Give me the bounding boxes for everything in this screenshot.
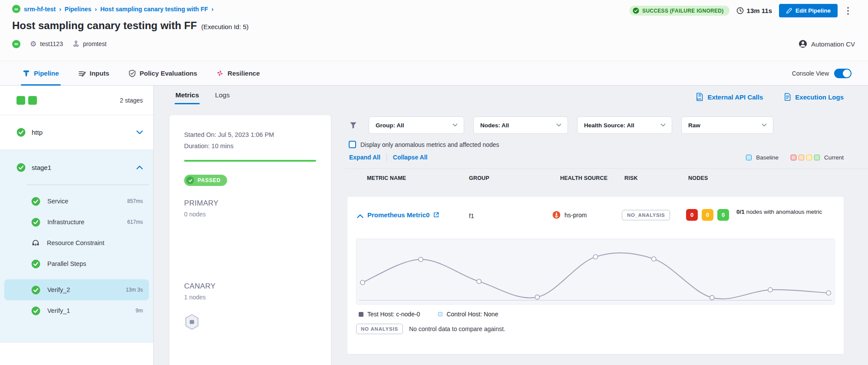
passed-label: PASSED bbox=[198, 177, 221, 183]
group-filter-value: Group: All bbox=[376, 122, 404, 129]
step-label: Resource Constraint bbox=[47, 239, 104, 246]
verification-status: ∞ bbox=[12, 40, 20, 48]
execution-id: (Execution Id: 5) bbox=[201, 23, 248, 30]
col-risk: RISK bbox=[624, 175, 638, 181]
stage-name: stage1 bbox=[32, 164, 51, 171]
external-api-calls-label: External API Calls bbox=[707, 93, 763, 101]
console-view-toggle[interactable] bbox=[834, 69, 851, 78]
verification-summary-card: Started On: Jul 5, 2023 1:06 PM Duration… bbox=[169, 115, 331, 365]
test-host-label: Test Host: c-node-0 bbox=[367, 311, 420, 318]
verification-main: Metrics Logs Started On: Jul 5, 2023 1:0… bbox=[154, 86, 868, 365]
harness-logo-icon: ∞ bbox=[12, 5, 20, 13]
stage1-expanded-block: stage1 Service 857ms bbox=[0, 150, 153, 343]
more-options-button[interactable] bbox=[845, 5, 851, 17]
metric-row: Prometheus Metric0 f1 bbox=[347, 197, 844, 237]
tab-pipeline-label: Pipeline bbox=[34, 70, 59, 77]
view-mode-dropdown[interactable]: Raw bbox=[681, 116, 773, 134]
clock-icon bbox=[736, 7, 744, 14]
sidebar-step-verify-1[interactable]: Verify_1 9m bbox=[0, 300, 153, 321]
health-source-filter-dropdown[interactable]: Health Source: All bbox=[577, 116, 672, 134]
chevron-down-icon bbox=[452, 123, 458, 127]
tab-policy-evaluations-label: Policy Evaluations bbox=[140, 70, 198, 77]
sidebar-step-verify-2[interactable]: Verify_2 13m 3s bbox=[4, 279, 149, 300]
warning-count-badge: 0 bbox=[702, 209, 713, 221]
control-host-swatch bbox=[438, 312, 442, 316]
anomalous-only-label: Display only anomalous metrics and affec… bbox=[360, 141, 499, 148]
collapse-all-link[interactable]: Collapse All bbox=[393, 154, 428, 161]
primary-label: PRIMARY bbox=[184, 199, 316, 208]
success-check-icon bbox=[31, 197, 40, 206]
tab-pipeline[interactable]: Pipeline bbox=[23, 61, 59, 85]
current-legend-label: Current bbox=[824, 154, 844, 161]
anomalous-only-checkbox[interactable] bbox=[349, 141, 356, 148]
tab-logs[interactable]: Logs bbox=[215, 91, 230, 104]
no-analysis-message: No control data to compare against. bbox=[409, 325, 505, 332]
col-nodes: NODES bbox=[688, 175, 708, 181]
status-badge-label: SUCCESS (FAILURE IGNORED) bbox=[642, 8, 724, 14]
nodes-filter-value: Nodes: All bbox=[480, 122, 509, 129]
inputs-icon bbox=[78, 70, 86, 77]
elapsed-time: 13m 11s bbox=[736, 7, 772, 14]
breadcrumb-separator: › bbox=[95, 6, 97, 13]
health-source-name: hs-prom bbox=[564, 212, 587, 219]
canary-label: CANARY bbox=[184, 282, 316, 291]
collapse-metric-chevron-icon[interactable] bbox=[357, 214, 363, 218]
sidebar-stage-stage1[interactable]: stage1 bbox=[0, 150, 153, 185]
health-source-filter-value: Health Source: All bbox=[584, 122, 634, 129]
external-api-calls-link[interactable]: API External API Calls bbox=[696, 93, 763, 101]
metrics-content: API External API Calls Execution Logs bbox=[345, 86, 868, 365]
host-legend: Test Host: c-node-0 Control Host: None bbox=[359, 311, 498, 318]
gear-icon: ⚙ bbox=[30, 40, 36, 48]
tab-resilience[interactable]: Resilience bbox=[216, 61, 260, 85]
healthy-count-badge: 0 bbox=[717, 209, 729, 221]
edit-pipeline-button[interactable]: Edit Pipeline bbox=[779, 4, 838, 17]
resilience-icon bbox=[216, 70, 224, 77]
sidebar-step-resource-constraint[interactable]: Resource Constraint bbox=[0, 232, 153, 253]
canary-node-hexagon[interactable] bbox=[184, 314, 316, 330]
stage-name: http bbox=[32, 129, 43, 136]
tab-inputs[interactable]: Inputs bbox=[78, 61, 109, 85]
nodes-filter-dropdown[interactable]: Nodes: All bbox=[473, 116, 568, 134]
step-duration: 617ms bbox=[127, 219, 143, 225]
view-mode-value: Raw bbox=[688, 122, 700, 129]
execution-logs-link[interactable]: Execution Logs bbox=[784, 93, 844, 101]
stage-status-square bbox=[28, 96, 37, 105]
tab-resilience-label: Resilience bbox=[228, 70, 260, 77]
api-document-icon: API bbox=[696, 93, 703, 101]
group-filter-dropdown[interactable]: Group: All bbox=[369, 116, 464, 134]
health-source-ref[interactable]: promtest bbox=[73, 40, 106, 47]
breadcrumb-pipelines[interactable]: Pipelines bbox=[65, 6, 91, 13]
metric-health-source: hs-prom bbox=[552, 211, 587, 219]
no-analysis-badge: NO ANALYSIS bbox=[356, 324, 403, 334]
col-health-source: HEALTH SOURCE bbox=[560, 175, 607, 181]
chevron-up-icon bbox=[136, 166, 143, 169]
breadcrumb-project[interactable]: srm-hf-test bbox=[24, 6, 56, 13]
breadcrumb-separator: › bbox=[211, 6, 214, 13]
divider bbox=[27, 185, 149, 185]
canary-node-count: 1 nodes bbox=[184, 294, 316, 301]
success-check-icon bbox=[31, 218, 40, 227]
sidebar-stage-http[interactable]: http bbox=[0, 115, 153, 150]
avatar-icon bbox=[799, 40, 807, 48]
monitored-service[interactable]: ⚙ test1123 bbox=[30, 40, 63, 48]
control-host-legend: Control Host: None bbox=[438, 311, 498, 318]
started-on: Started On: Jul 5, 2023 1:06 PM bbox=[184, 131, 316, 138]
sidebar-step-parallel-steps[interactable]: Parallel Steps bbox=[0, 253, 153, 274]
stage-status-square bbox=[17, 96, 25, 105]
pipeline-icon bbox=[23, 70, 30, 77]
metric-name-link[interactable]: Prometheus Metric0 bbox=[367, 211, 439, 219]
expand-all-link[interactable]: Expand All bbox=[349, 154, 380, 161]
sidebar-step-infrastructure[interactable]: Infrastructure 617ms bbox=[0, 212, 153, 232]
success-check-icon bbox=[31, 259, 40, 269]
sidebar-step-service[interactable]: Service 857ms bbox=[0, 191, 153, 212]
tab-policy-evaluations[interactable]: Policy Evaluations bbox=[129, 61, 198, 85]
tab-inputs-label: Inputs bbox=[90, 70, 109, 77]
current-orange-swatch bbox=[799, 155, 804, 160]
current-yellow-swatch bbox=[806, 155, 812, 160]
breadcrumb-pipeline-name[interactable]: Host sampling canary testing with FF bbox=[100, 6, 208, 13]
tab-metrics[interactable]: Metrics bbox=[175, 91, 199, 104]
col-group: GROUP bbox=[469, 175, 489, 181]
chevron-down-icon bbox=[660, 123, 666, 127]
step-label: Infrastructure bbox=[47, 219, 84, 226]
current-red-swatch bbox=[791, 155, 796, 160]
